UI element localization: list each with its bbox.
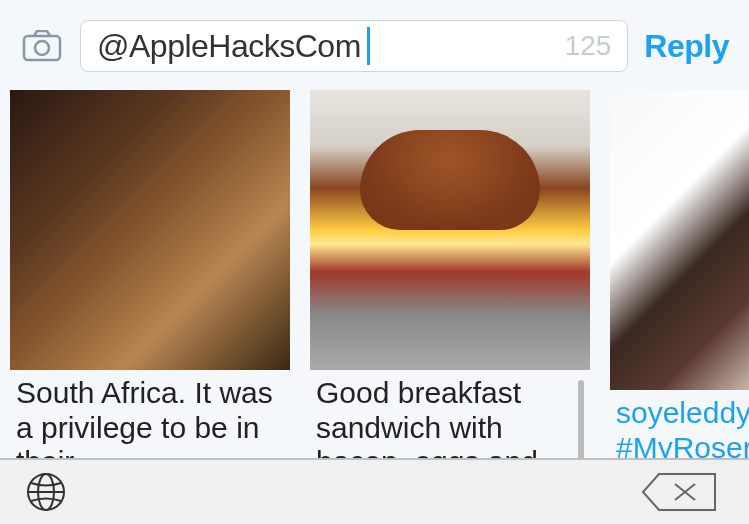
delete-key[interactable] — [633, 467, 725, 517]
text-cursor — [367, 27, 370, 65]
post-image[interactable] — [310, 90, 590, 370]
post-card[interactable]: soyeleddy #MyRoser — [610, 90, 749, 500]
svg-point-1 — [35, 41, 49, 55]
post-card[interactable]: South Africa. It was a privilege to be i… — [10, 90, 290, 500]
keyboard-bar — [0, 458, 749, 524]
caption-scrollbar[interactable] — [578, 380, 584, 468]
compose-text: @AppleHacksCom — [97, 28, 361, 65]
compose-bar: @AppleHacksCom 125 Reply — [0, 0, 749, 90]
post-image[interactable] — [10, 90, 290, 370]
globe-icon[interactable] — [24, 470, 68, 514]
post-card[interactable]: Good breakfast sandwich with bacon, eggs… — [310, 90, 590, 500]
post-image[interactable] — [610, 90, 749, 390]
reply-button[interactable]: Reply — [644, 28, 729, 65]
char-count: 125 — [565, 30, 612, 62]
svg-rect-0 — [24, 36, 60, 60]
card-row: South Africa. It was a privilege to be i… — [0, 90, 749, 500]
camera-icon[interactable] — [20, 28, 64, 64]
compose-input[interactable]: @AppleHacksCom 125 — [80, 20, 628, 72]
